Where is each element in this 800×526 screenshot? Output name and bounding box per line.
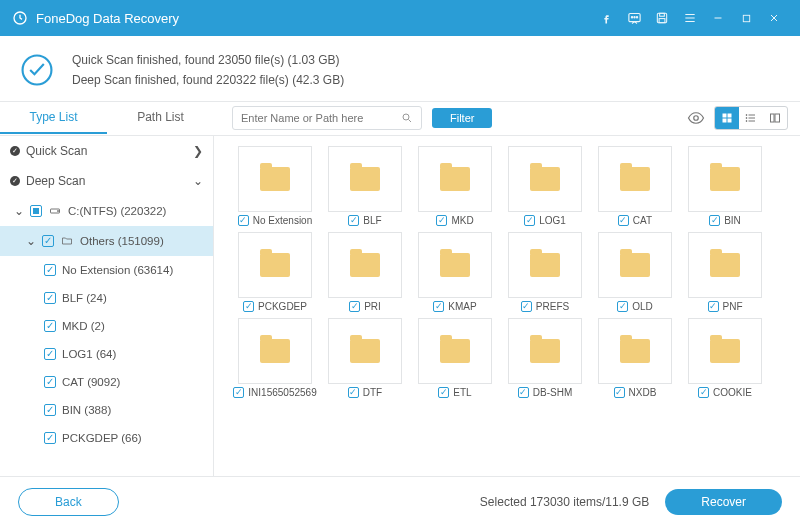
sidebar-others[interactable]: ⌄ Others (151099): [0, 226, 213, 256]
folder-thumb: [598, 146, 672, 212]
svg-point-22: [58, 210, 59, 211]
folder-thumb: [418, 232, 492, 298]
checkbox-checked[interactable]: [618, 215, 629, 226]
maximize-icon[interactable]: [732, 4, 760, 32]
filter-button[interactable]: Filter: [432, 108, 492, 128]
grid-item[interactable]: DB-SHM: [500, 318, 590, 398]
checkbox-checked[interactable]: [617, 301, 628, 312]
grid-item[interactable]: DTF: [320, 318, 410, 398]
grid-item-label: PCKGDEP: [258, 301, 307, 312]
view-detail-icon[interactable]: [763, 107, 787, 129]
checkbox-checked[interactable]: [44, 376, 56, 388]
save-icon[interactable]: [648, 4, 676, 32]
tab-path-list[interactable]: Path List: [107, 102, 214, 134]
svg-point-16: [746, 115, 747, 116]
checkbox-checked[interactable]: [436, 215, 447, 226]
folder-icon: [350, 167, 380, 191]
recover-button[interactable]: Recover: [665, 489, 782, 515]
sidebar-item[interactable]: MKD (2): [0, 312, 213, 340]
grid-item[interactable]: MKD: [410, 146, 500, 226]
folder-icon: [260, 167, 290, 191]
grid-item[interactable]: PCKGDEP: [230, 232, 320, 312]
checkbox-checked[interactable]: [349, 301, 360, 312]
grid-item[interactable]: No Extension: [230, 146, 320, 226]
grid-item[interactable]: ETL: [410, 318, 500, 398]
checkbox-checked[interactable]: [44, 320, 56, 332]
grid-item-label: ETL: [453, 387, 471, 398]
checkbox-checked[interactable]: [44, 292, 56, 304]
sidebar-item[interactable]: CAT (9092): [0, 368, 213, 396]
sidebar-drive[interactable]: ⌄ C:(NTFS) (220322): [0, 196, 213, 226]
sidebar: Quick Scan ❯ Deep Scan ⌄ ⌄ C:(NTFS) (220…: [0, 136, 214, 526]
checkbox-checked[interactable]: [44, 348, 56, 360]
grid-item[interactable]: NXDB: [590, 318, 680, 398]
folder-icon: [60, 235, 74, 247]
checkbox-checked[interactable]: [243, 301, 254, 312]
folder-icon: [530, 167, 560, 191]
sidebar-item[interactable]: LOG1 (64): [0, 340, 213, 368]
checkbox-checked[interactable]: [433, 301, 444, 312]
checkbox-checked[interactable]: [238, 215, 249, 226]
checkbox-checked[interactable]: [518, 387, 529, 398]
facebook-icon[interactable]: [592, 4, 620, 32]
menu-icon[interactable]: [676, 4, 704, 32]
grid-item[interactable]: INI1565052569: [230, 318, 320, 398]
sidebar-item[interactable]: No Extension (63614): [0, 256, 213, 284]
search-box[interactable]: [232, 106, 422, 130]
tab-type-list[interactable]: Type List: [0, 102, 107, 134]
grid-item-label: PNF: [723, 301, 743, 312]
checkbox-checked[interactable]: [44, 404, 56, 416]
chevron-down-icon: ⌄: [193, 176, 203, 186]
sidebar-item[interactable]: BLF (24): [0, 284, 213, 312]
checkbox-checked[interactable]: [438, 387, 449, 398]
checkbox-checked[interactable]: [524, 215, 535, 226]
checkbox-checked[interactable]: [44, 432, 56, 444]
sidebar-deep-scan[interactable]: Deep Scan ⌄: [0, 166, 213, 196]
grid-item[interactable]: PRI: [320, 232, 410, 312]
sidebar-item[interactable]: PCKGDEP (66): [0, 424, 213, 452]
feedback-icon[interactable]: [620, 4, 648, 32]
file-grid: No ExtensionBLFMKDLOG1CATBINPCKGDEPPRIKM…: [214, 136, 800, 526]
checkbox-checked[interactable]: [698, 387, 709, 398]
sidebar-quick-scan[interactable]: Quick Scan ❯: [0, 136, 213, 166]
chevron-down-icon: ⌄: [26, 236, 36, 246]
radio-on-icon: [10, 176, 20, 186]
checkbox-checked[interactable]: [42, 235, 54, 247]
grid-item-label: INI1565052569: [248, 387, 316, 398]
view-grid-icon[interactable]: [715, 107, 739, 129]
grid-item[interactable]: KMAP: [410, 232, 500, 312]
checkbox-checked[interactable]: [348, 387, 359, 398]
preview-toggle-icon[interactable]: [684, 106, 708, 130]
view-list-icon[interactable]: [739, 107, 763, 129]
grid-item[interactable]: BIN: [680, 146, 770, 226]
svg-rect-19: [771, 114, 775, 122]
grid-item[interactable]: PREFS: [500, 232, 590, 312]
checkbox-checked[interactable]: [233, 387, 244, 398]
grid-item[interactable]: PNF: [680, 232, 770, 312]
checkbox-checked[interactable]: [521, 301, 532, 312]
checkbox-checked[interactable]: [614, 387, 625, 398]
folder-thumb: [508, 318, 582, 384]
sidebar-item[interactable]: BIN (388): [0, 396, 213, 424]
grid-item[interactable]: OLD: [590, 232, 680, 312]
svg-point-2: [631, 16, 632, 17]
minimize-icon[interactable]: [704, 4, 732, 32]
grid-item[interactable]: BLF: [320, 146, 410, 226]
checkbox-checked[interactable]: [348, 215, 359, 226]
selection-info: Selected 173030 items/11.9 GB: [119, 495, 650, 509]
grid-item[interactable]: CAT: [590, 146, 680, 226]
grid-item-label: DTF: [363, 387, 382, 398]
search-input[interactable]: [241, 112, 401, 124]
checkbox-checked[interactable]: [44, 264, 56, 276]
folder-icon: [620, 167, 650, 191]
chevron-right-icon: ❯: [193, 146, 203, 156]
checkbox-checked[interactable]: [709, 215, 720, 226]
close-icon[interactable]: [760, 4, 788, 32]
grid-item[interactable]: LOG1: [500, 146, 590, 226]
back-button[interactable]: Back: [18, 488, 119, 516]
svg-rect-12: [723, 114, 727, 118]
checkbox-checked[interactable]: [708, 301, 719, 312]
grid-item[interactable]: COOKIE: [680, 318, 770, 398]
toolbar: Type List Path List Filter: [0, 102, 800, 136]
checkbox-partial[interactable]: [30, 205, 42, 217]
